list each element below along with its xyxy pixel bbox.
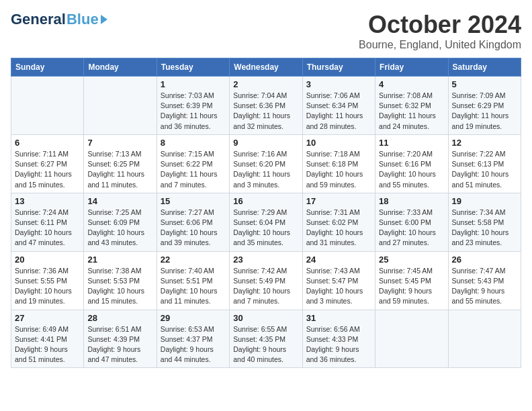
day-number: 13	[15, 196, 80, 206]
calendar-cell	[11, 77, 84, 135]
weekday-header: Sunday	[11, 58, 84, 77]
calendar-cell: 12 Sunrise: 7:22 AMSunset: 6:13 PMDaylig…	[448, 134, 521, 193]
day-number: 3	[306, 79, 371, 89]
location: Bourne, England, United Kingdom	[359, 39, 521, 51]
page-header: General Blue October 2024 Bourne, Englan…	[11, 11, 521, 51]
calendar-cell: 5 Sunrise: 7:09 AMSunset: 6:29 PMDayligh…	[448, 77, 521, 135]
day-detail: Sunrise: 7:15 AMSunset: 6:22 PMDaylight:…	[161, 150, 218, 189]
day-detail: Sunrise: 7:45 AMSunset: 5:45 PMDaylight:…	[379, 267, 433, 306]
calendar-cell	[448, 310, 521, 368]
day-detail: Sunrise: 7:20 AMSunset: 6:16 PMDaylight:…	[379, 150, 436, 189]
logo: General Blue	[11, 11, 107, 28]
calendar-cell: 7 Sunrise: 7:13 AMSunset: 6:25 PMDayligh…	[84, 134, 157, 193]
day-detail: Sunrise: 7:04 AMSunset: 6:36 PMDaylight:…	[233, 91, 290, 130]
calendar-table: SundayMondayTuesdayWednesdayThursdayFrid…	[11, 58, 521, 368]
day-number: 15	[161, 196, 226, 206]
day-number: 10	[306, 138, 371, 148]
day-number: 11	[379, 138, 444, 148]
day-number: 16	[233, 196, 298, 206]
weekday-header: Wednesday	[230, 58, 302, 77]
day-number: 17	[306, 196, 371, 206]
title-area: October 2024 Bourne, England, United Kin…	[359, 11, 521, 51]
calendar-cell: 9 Sunrise: 7:16 AMSunset: 6:20 PMDayligh…	[230, 134, 302, 193]
calendar-week-row: 1 Sunrise: 7:03 AMSunset: 6:39 PMDayligh…	[11, 77, 521, 135]
day-detail: Sunrise: 7:38 AMSunset: 5:53 PMDaylight:…	[87, 267, 144, 306]
day-number: 4	[379, 79, 444, 89]
day-detail: Sunrise: 7:27 AMSunset: 6:06 PMDaylight:…	[161, 208, 218, 247]
day-number: 30	[233, 313, 298, 323]
calendar-cell: 10 Sunrise: 7:18 AMSunset: 6:18 PMDaylig…	[302, 134, 375, 193]
day-detail: Sunrise: 7:13 AMSunset: 6:25 PMDaylight:…	[87, 150, 144, 189]
day-detail: Sunrise: 7:29 AMSunset: 6:04 PMDaylight:…	[233, 208, 290, 247]
calendar-cell: 13 Sunrise: 7:24 AMSunset: 6:11 PMDaylig…	[11, 193, 84, 251]
logo-blue: Blue	[66, 11, 99, 28]
day-number: 23	[233, 255, 298, 265]
day-detail: Sunrise: 7:09 AMSunset: 6:29 PMDaylight:…	[452, 91, 509, 130]
day-number: 8	[161, 138, 226, 148]
weekday-header: Tuesday	[157, 58, 229, 77]
calendar-week-row: 6 Sunrise: 7:11 AMSunset: 6:27 PMDayligh…	[11, 134, 521, 193]
calendar-cell: 11 Sunrise: 7:20 AMSunset: 6:16 PMDaylig…	[375, 134, 448, 193]
calendar-cell	[375, 310, 448, 368]
calendar-cell: 18 Sunrise: 7:33 AMSunset: 6:00 PMDaylig…	[375, 193, 448, 251]
calendar-cell: 20 Sunrise: 7:36 AMSunset: 5:55 PMDaylig…	[11, 251, 84, 310]
calendar-cell: 16 Sunrise: 7:29 AMSunset: 6:04 PMDaylig…	[230, 193, 302, 251]
calendar-cell: 30 Sunrise: 6:55 AMSunset: 4:35 PMDaylig…	[230, 310, 302, 368]
month-title: October 2024	[359, 11, 521, 39]
day-number: 14	[87, 196, 152, 206]
day-number: 7	[87, 138, 152, 148]
day-detail: Sunrise: 7:22 AMSunset: 6:13 PMDaylight:…	[452, 150, 509, 189]
calendar-cell: 29 Sunrise: 6:53 AMSunset: 4:37 PMDaylig…	[157, 310, 229, 368]
day-number: 21	[87, 255, 152, 265]
calendar-cell: 15 Sunrise: 7:27 AMSunset: 6:06 PMDaylig…	[157, 193, 229, 251]
day-number: 22	[161, 255, 226, 265]
day-detail: Sunrise: 7:43 AMSunset: 5:47 PMDaylight:…	[306, 267, 363, 306]
day-number: 28	[87, 313, 152, 323]
weekday-header: Friday	[375, 58, 448, 77]
day-number: 5	[452, 79, 517, 89]
logo-general: General	[11, 11, 66, 28]
day-detail: Sunrise: 7:36 AMSunset: 5:55 PMDaylight:…	[15, 267, 72, 306]
calendar-cell: 23 Sunrise: 7:42 AMSunset: 5:49 PMDaylig…	[230, 251, 302, 310]
day-detail: Sunrise: 7:47 AMSunset: 5:43 PMDaylight:…	[452, 267, 506, 306]
calendar-cell: 2 Sunrise: 7:04 AMSunset: 6:36 PMDayligh…	[230, 77, 302, 135]
calendar-cell: 8 Sunrise: 7:15 AMSunset: 6:22 PMDayligh…	[157, 134, 229, 193]
day-detail: Sunrise: 7:08 AMSunset: 6:32 PMDaylight:…	[379, 91, 436, 130]
day-detail: Sunrise: 7:18 AMSunset: 6:18 PMDaylight:…	[306, 150, 363, 189]
weekday-header: Monday	[84, 58, 157, 77]
day-number: 26	[452, 255, 517, 265]
day-number: 25	[379, 255, 444, 265]
day-detail: Sunrise: 7:34 AMSunset: 5:58 PMDaylight:…	[452, 208, 509, 247]
calendar-cell: 3 Sunrise: 7:06 AMSunset: 6:34 PMDayligh…	[302, 77, 375, 135]
calendar-cell	[84, 77, 157, 135]
weekday-header: Thursday	[302, 58, 375, 77]
calendar-cell: 21 Sunrise: 7:38 AMSunset: 5:53 PMDaylig…	[84, 251, 157, 310]
calendar-cell: 17 Sunrise: 7:31 AMSunset: 6:02 PMDaylig…	[302, 193, 375, 251]
day-detail: Sunrise: 6:49 AMSunset: 4:41 PMDaylight:…	[15, 325, 69, 364]
calendar-cell: 26 Sunrise: 7:47 AMSunset: 5:43 PMDaylig…	[448, 251, 521, 310]
day-detail: Sunrise: 7:03 AMSunset: 6:39 PMDaylight:…	[161, 91, 218, 130]
day-detail: Sunrise: 7:06 AMSunset: 6:34 PMDaylight:…	[306, 91, 363, 130]
header-row: SundayMondayTuesdayWednesdayThursdayFrid…	[11, 58, 521, 77]
calendar-cell: 31 Sunrise: 6:56 AMSunset: 4:33 PMDaylig…	[302, 310, 375, 368]
calendar-week-row: 27 Sunrise: 6:49 AMSunset: 4:41 PMDaylig…	[11, 310, 521, 368]
day-number: 24	[306, 255, 371, 265]
day-number: 29	[161, 313, 226, 323]
day-detail: Sunrise: 6:51 AMSunset: 4:39 PMDaylight:…	[87, 325, 141, 364]
calendar-cell: 1 Sunrise: 7:03 AMSunset: 6:39 PMDayligh…	[157, 77, 229, 135]
day-detail: Sunrise: 7:40 AMSunset: 5:51 PMDaylight:…	[161, 267, 218, 306]
day-number: 18	[379, 196, 444, 206]
calendar-cell: 22 Sunrise: 7:40 AMSunset: 5:51 PMDaylig…	[157, 251, 229, 310]
logo-arrow-icon	[101, 15, 107, 24]
calendar-cell: 14 Sunrise: 7:25 AMSunset: 6:09 PMDaylig…	[84, 193, 157, 251]
day-number: 27	[15, 313, 80, 323]
calendar-cell: 27 Sunrise: 6:49 AMSunset: 4:41 PMDaylig…	[11, 310, 84, 368]
day-number: 31	[306, 313, 371, 323]
day-detail: Sunrise: 7:11 AMSunset: 6:27 PMDaylight:…	[15, 150, 72, 189]
weekday-header: Saturday	[448, 58, 521, 77]
day-detail: Sunrise: 7:33 AMSunset: 6:00 PMDaylight:…	[379, 208, 436, 247]
calendar-week-row: 13 Sunrise: 7:24 AMSunset: 6:11 PMDaylig…	[11, 193, 521, 251]
calendar-cell: 24 Sunrise: 7:43 AMSunset: 5:47 PMDaylig…	[302, 251, 375, 310]
day-number: 19	[452, 196, 517, 206]
day-detail: Sunrise: 7:24 AMSunset: 6:11 PMDaylight:…	[15, 208, 72, 247]
